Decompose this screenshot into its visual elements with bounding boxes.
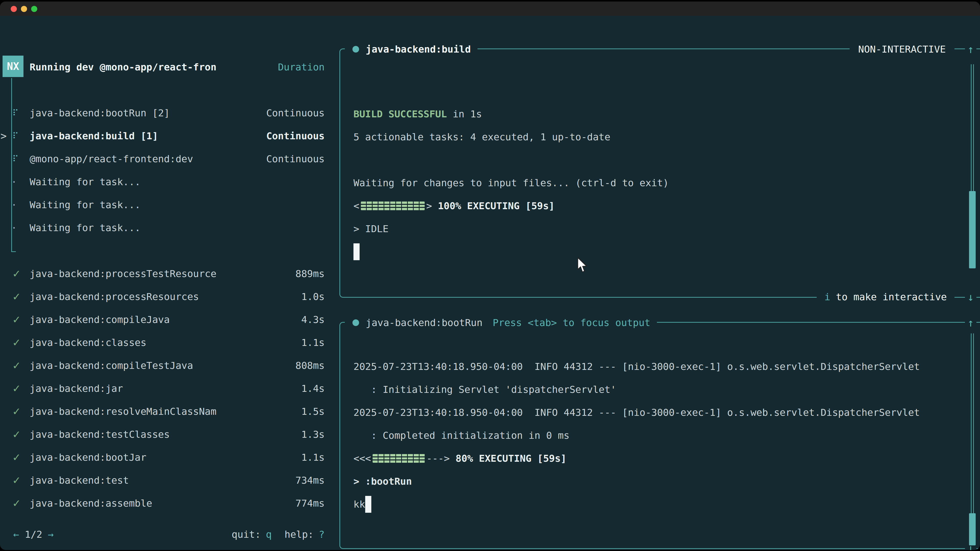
page-navigation: ← 1/2 →: [13, 529, 54, 540]
build-scrollbar-track[interactable]: [971, 64, 974, 191]
completed-task-row[interactable]: ✓ java-backend:bootJar 1.1s: [0, 446, 332, 469]
completed-task-row[interactable]: ✓ java-backend:assemble 774ms: [0, 492, 332, 515]
continuous-task-row[interactable]: ⠏ @mono-app/react-frontend:dev Continuou…: [0, 148, 332, 170]
completed-task-row[interactable]: ✓ java-backend:testClasses 1.3s: [0, 423, 332, 446]
build-panel-title: java-backend:build: [345, 42, 477, 57]
task-dot-icon: [352, 46, 359, 52]
completed-task-row[interactable]: ✓ java-backend:compileTestJava 808ms: [0, 354, 332, 377]
bootrun-panel-title: java-backend:bootRun Press <tab> to focu…: [345, 315, 657, 330]
task-status: Continuous: [266, 107, 325, 119]
help-key[interactable]: ?: [319, 529, 325, 540]
task-name[interactable]: java-backend:processResources: [30, 291, 301, 302]
task-name[interactable]: java-backend:testClasses: [30, 429, 301, 440]
build-panel-title-text: java-backend:build: [366, 44, 471, 55]
task-duration: 1.4s: [301, 383, 325, 394]
check-icon: ✓: [0, 497, 30, 509]
task-name[interactable]: java-backend:compileJava: [30, 314, 301, 325]
continuous-task-row[interactable]: > ⠏ java-backend:build [1] Continuous: [0, 124, 332, 148]
bootrun-prompt-line: > :bootRun: [353, 470, 950, 493]
log-line: 2025-07-23T13:40:18.950-04:00 INFO 44312…: [353, 401, 950, 424]
interactive-hint: i to make interactive: [817, 289, 955, 304]
task-duration: 1.5s: [301, 406, 325, 417]
non-interactive-badge: NON-INTERACTIVE: [850, 42, 955, 57]
terminal-cursor: [365, 496, 371, 513]
minimize-window-icon[interactable]: [21, 6, 27, 12]
check-icon: ✓: [0, 406, 30, 417]
task-duration: 774ms: [296, 498, 325, 509]
gradle-progress-line: <<< ---> 80% EXECUTING [59s]: [353, 447, 950, 470]
pending-bullet-icon: ·: [0, 221, 30, 234]
build-time-text: in 1s: [447, 108, 482, 120]
task-name[interactable]: java-backend:bootRun [2]: [30, 107, 266, 119]
task-duration: 1.3s: [301, 429, 325, 440]
waiting-task-row: · Waiting for task...: [0, 193, 332, 216]
completed-task-row[interactable]: ✓ java-backend:classes 1.1s: [0, 331, 332, 354]
check-icon: ✓: [0, 451, 30, 463]
task-status: Continuous: [266, 130, 325, 141]
stdin-input-line[interactable]: kk: [353, 493, 950, 516]
task-name[interactable]: java-backend:test: [30, 475, 296, 486]
close-window-icon[interactable]: [11, 6, 17, 12]
completed-task-row[interactable]: ✓ java-backend:compileJava 4.3s: [0, 308, 332, 331]
check-icon: ✓: [0, 429, 30, 440]
app-window: NX Running dev @mono-app/react-fron Dura…: [0, 2, 980, 550]
check-icon: ✓: [0, 268, 30, 279]
task-name[interactable]: @mono-app/react-frontend:dev: [30, 153, 266, 165]
run-title: Running dev @mono-app/react-fron: [30, 62, 278, 73]
bootrun-scrollbar-track[interactable]: [971, 333, 974, 513]
bootrun-scrollbar-thumb[interactable]: [969, 513, 976, 545]
task-name[interactable]: java-backend:compileTestJava: [30, 360, 296, 371]
build-scrollbar-thumb[interactable]: [969, 191, 976, 268]
waiting-for-changes-line: Waiting for changes to input files... (c…: [353, 171, 950, 194]
scroll-up-icon[interactable]: ↑: [965, 42, 977, 57]
task-name[interactable]: java-backend:bootJar: [30, 452, 301, 463]
page-indicator: 1/2: [25, 529, 42, 540]
task-status: Continuous: [266, 153, 325, 165]
bootrun-output: 2025-07-23T13:40:18.950-04:00 INFO 44312…: [353, 355, 950, 516]
interactive-hint-key[interactable]: i: [824, 291, 830, 303]
task-duration: 734ms: [296, 475, 325, 486]
task-name[interactable]: java-backend:resolveMainClassNam: [30, 406, 301, 417]
progress-label: 80% EXECUTING [59s]: [450, 453, 566, 464]
focus-output-hint: Press <tab> to focus output: [493, 317, 651, 328]
window-titlebar[interactable]: [0, 2, 980, 16]
task-dot-icon: [352, 319, 359, 326]
build-output-panel[interactable]: java-backend:build NON-INTERACTIVE ↑ BUI…: [339, 48, 980, 298]
completed-task-row[interactable]: ✓ java-backend:jar 1.4s: [0, 377, 332, 400]
task-name[interactable]: java-backend:classes: [30, 337, 301, 348]
check-icon: ✓: [0, 291, 30, 303]
sidebar-footer: ← 1/2 → quit: q help: ?: [0, 523, 332, 546]
maximize-window-icon[interactable]: [31, 6, 37, 12]
stdin-input-text[interactable]: kk: [353, 499, 365, 510]
prev-page-icon[interactable]: ←: [13, 529, 19, 540]
bootrun-output-panel[interactable]: java-backend:bootRun Press <tab> to focu…: [339, 322, 980, 549]
waiting-task-row: · Waiting for task...: [0, 170, 332, 193]
scroll-up-icon[interactable]: ↑: [965, 315, 977, 330]
completed-task-row[interactable]: ✓ java-backend:test 734ms: [0, 469, 332, 492]
progress-label: 100% EXECUTING [59s]: [432, 200, 555, 211]
task-name[interactable]: java-backend:assemble: [30, 498, 296, 509]
log-line: : Initializing Servlet 'dispatcherServle…: [353, 378, 950, 401]
completed-task-row[interactable]: ✓ java-backend:processTestResource 889ms: [0, 262, 332, 285]
scroll-down-icon[interactable]: ↓: [965, 289, 977, 304]
check-icon: ✓: [0, 337, 30, 348]
log-line: 2025-07-23T13:40:18.950-04:00 INFO 44312…: [353, 355, 950, 378]
completed-task-row[interactable]: ✓ java-backend:processResources 1.0s: [0, 285, 332, 308]
waiting-label: Waiting for task...: [30, 222, 325, 233]
task-duration: 4.3s: [301, 314, 325, 325]
task-name[interactable]: java-backend:processTestResource: [30, 268, 296, 279]
continuous-task-row[interactable]: ⠏ java-backend:bootRun [2] Continuous: [0, 102, 332, 124]
terminal-screen: NX Running dev @mono-app/react-fron Dura…: [0, 0, 980, 551]
task-name[interactable]: java-backend:jar: [30, 383, 301, 394]
progress-close-chevron: >: [426, 200, 432, 211]
quit-key[interactable]: q: [266, 529, 272, 540]
help-label: help:: [285, 529, 313, 540]
progress-bar-fill: [372, 454, 425, 463]
check-icon: ✓: [0, 383, 30, 394]
completed-task-row[interactable]: ✓ java-backend:resolveMainClassNam 1.5s: [0, 400, 332, 423]
task-duration: 1.1s: [301, 452, 325, 463]
task-duration: 1.0s: [301, 291, 325, 302]
task-name[interactable]: java-backend:build [1]: [30, 130, 266, 141]
hotkey-hints: quit: q help: ?: [231, 529, 325, 540]
next-page-icon[interactable]: →: [48, 529, 54, 540]
